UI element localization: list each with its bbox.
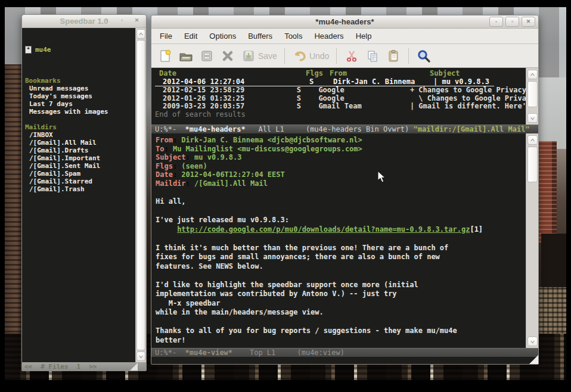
speedbar-item[interactable]: Unread messages [25,85,135,92]
status-left-arrows[interactable]: << [24,363,32,371]
scrollbar-thumb[interactable] [527,147,538,182]
speedbar-item[interactable]: /[Gmail].Important [25,154,135,162]
paste-button[interactable] [386,48,401,64]
body-link[interactable]: http://code.google.com/p/mu0/downloads/d… [177,225,470,234]
cell-from: Dirk-Jan C. Binnema [333,78,433,86]
undo-label: Undo [309,51,329,61]
body-line: Thanks to all of you for bug reports / s… [156,326,538,336]
modeline-modes: (mu4e:view) [297,349,344,357]
column-flags[interactable]: Flgs [306,70,330,78]
toolbar: Save Undo [151,44,538,68]
field-label: To [156,145,164,153]
link-indent [156,225,177,234]
scroll-down-button[interactable] [527,113,538,123]
headers-modeline: U:%*- *mu4e-headers* All L1 (mu4e-header… [151,125,538,133]
speedbar-statusbar: << # Files 1 >> [22,362,146,371]
speedbar-item[interactable]: /[Gmail].Spam [25,170,135,178]
undo-button[interactable] [292,48,308,64]
field-label: Date [156,170,173,179]
maximize-button[interactable]: ▫ [505,17,519,27]
speedbar-item[interactable]: Messages with images [25,108,135,116]
toolbar-separator [408,48,409,64]
window-title: *mu4e-headers* [315,17,374,26]
save-label: Save [258,51,277,61]
speedbar-titlebar[interactable]: Speedbar 1.0 - ▫ ✕ [22,15,146,28]
scroll-up-button[interactable] [527,135,538,145]
resize-grip[interactable] [130,363,138,371]
minimize-button[interactable]: - [101,16,113,25]
body-line: M-x speedbar [156,299,538,309]
menu-tools[interactable]: Tools [278,30,308,42]
speedbar-content: * mu4e BookmarksUnread messagesToday's m… [22,28,135,362]
copy-button[interactable] [365,48,380,64]
expand-box-icon[interactable]: * [25,46,32,54]
close-buffer-button[interactable] [220,48,235,64]
speedbar-item[interactable]: /[Gmail].All Mail [25,139,135,147]
field-colon: : [186,179,194,188]
menu-file[interactable]: File [154,30,178,42]
scroll-down-button[interactable] [527,337,538,346]
cell-date: 2012-01-26 01:32:25 [155,95,297,103]
body-line: I've just released mu v0.9.8.3: [156,216,538,225]
column-from[interactable]: From [330,70,430,78]
new-file-button[interactable] [157,48,173,64]
speedbar-item[interactable]: /[Gmail].Sent Mail [25,162,135,170]
column-subject[interactable]: Subject [430,70,538,78]
body-line [156,345,538,348]
scroll-up-button[interactable] [136,29,145,39]
save-as-button[interactable] [199,48,215,64]
menu-options[interactable]: Options [203,30,242,42]
menu-edit[interactable]: Edit [178,30,203,42]
column-date[interactable]: Date [155,70,306,78]
speedbar-scrollbar[interactable] [135,28,146,362]
open-folder-button[interactable] [178,48,194,64]
speedbar-item[interactable]: /INBOX [25,131,135,139]
speedbar-item[interactable]: /[Gmail].Starred [25,178,135,185]
speedbar-item[interactable]: /[Gmail].Drafts [25,147,135,154]
menu-headers[interactable]: Headers [308,30,349,42]
wallpaper-building-red [539,141,557,242]
menu-help[interactable]: Help [350,30,378,42]
message-row[interactable]: 2012-04-06 12:27:04SDirk-Jan C. Binnema|… [155,78,494,87]
search-button[interactable] [416,48,432,64]
maximize-button[interactable]: ▫ [116,16,128,25]
status-right-arrows[interactable]: >> [89,363,97,371]
close-button[interactable]: ✕ [522,17,535,27]
message-row[interactable]: 2012-01-26 01:32:25SGoogle \ Changes to … [155,95,538,103]
resize-grip[interactable] [529,355,538,364]
message-row[interactable]: 2012-02-15 23:58:29SGoogle+ Changes to G… [155,86,538,95]
cut-button[interactable] [344,48,359,64]
field-colon: : [173,136,181,144]
minimize-button[interactable]: - [489,17,503,27]
field-value: /[Gmail].All Mail [194,179,268,188]
speedbar-window: Speedbar 1.0 - ▫ ✕ * mu4e BookmarksUnrea… [21,14,147,371]
cell-subject: | Gmail is different. Here's [410,102,530,111]
field-colon: : [173,162,181,170]
cell-date: 2012-04-06 12:27:04 [155,78,309,86]
close-button[interactable]: ✕ [131,16,143,25]
scrollbar-thumb[interactable] [136,40,145,350]
message-row[interactable]: 2009-03-23 20:03:57SGmail Team| Gmail is… [155,102,538,111]
status-files-count: 1 [77,363,81,371]
speedbar-item[interactable]: /[Gmail].Trash [25,185,135,193]
cell-subject: | mu v0.9.8.3 [433,78,494,86]
cell-flags: S [297,102,319,111]
headers-scrollbar[interactable] [526,68,538,125]
mu4e-headers-pane: Date Flgs From Subject 2012-04-06 12:27:… [151,68,538,125]
view-scrollbar[interactable] [526,133,538,348]
field-value: mu v0.9.8.3 [194,153,241,161]
field-colon: : [186,153,194,161]
speedbar-root-node[interactable]: * mu4e [25,46,135,54]
speedbar-item[interactable]: Today's messages [25,92,135,100]
speedbar-item[interactable]: Last 7 days [25,100,135,108]
save-button[interactable] [241,48,256,64]
speedbar-root-label[interactable]: mu4e [35,46,51,54]
menu-buffers[interactable]: Buffers [242,30,278,42]
scroll-down-button[interactable] [136,351,145,361]
field-colon: : [173,170,181,179]
echo-area [151,357,538,364]
window-titlebar[interactable]: *mu4e-headers* - ▫ ✕ [151,15,538,29]
scroll-up-button[interactable] [527,70,538,79]
scrollbar-thumb[interactable] [527,81,538,107]
speedbar-heading: Bookmarks [25,77,135,85]
